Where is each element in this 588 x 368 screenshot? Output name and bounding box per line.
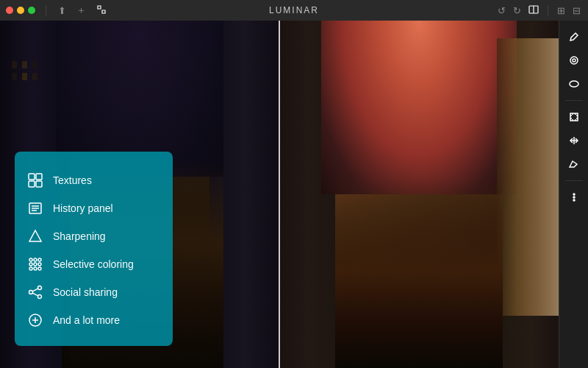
texture-icon (26, 171, 44, 189)
svg-rect-9 (29, 174, 35, 180)
selective-coloring-icon (26, 255, 44, 273)
add-icon[interactable]: ＋ (75, 2, 87, 18)
share-icon[interactable]: ⬆ (57, 4, 68, 18)
svg-point-21 (29, 263, 32, 266)
svg-point-8 (573, 199, 575, 201)
panels-icon[interactable]: ⊟ (571, 4, 582, 18)
transform-tool-button[interactable] (564, 130, 584, 151)
minimize-button[interactable] (17, 7, 24, 14)
radial-tool-button[interactable] (564, 74, 584, 94)
sharpening-icon (26, 227, 44, 245)
svg-point-24 (29, 267, 32, 270)
photo-right-half (279, 21, 559, 368)
svg-line-30 (32, 289, 37, 291)
svg-point-28 (29, 291, 33, 294)
right-sidebar (559, 21, 588, 368)
more-features-label: And a lot more (53, 314, 120, 326)
svg-point-7 (573, 197, 575, 198)
split-view-icon[interactable] (527, 3, 540, 18)
svg-point-19 (34, 258, 37, 261)
window-controls (6, 7, 35, 14)
svg-point-27 (38, 286, 42, 290)
feature-sharpening[interactable]: Sharpening (26, 222, 161, 250)
social-sharing-icon (26, 283, 44, 301)
feature-selective-coloring[interactable]: Selective coloring (26, 250, 161, 278)
feature-panel: Textures History panel Sharpening (15, 152, 173, 346)
svg-point-2 (570, 57, 578, 64)
toolbar-right: ↺ ↻ ⊞ ⊟ (496, 3, 582, 18)
svg-point-22 (34, 263, 37, 266)
sidebar-divider-1 (565, 100, 583, 101)
svg-rect-11 (29, 181, 35, 187)
close-button[interactable] (6, 7, 13, 14)
history-panel-label: History panel (53, 202, 113, 214)
svg-rect-5 (570, 113, 578, 121)
feature-history-panel[interactable]: History panel (26, 194, 161, 222)
sharpening-label: Sharpening (53, 230, 106, 242)
svg-point-25 (34, 267, 37, 270)
undo-icon[interactable]: ↺ (496, 4, 507, 18)
svg-line-31 (32, 293, 37, 296)
feature-textures[interactable]: Textures (26, 166, 161, 194)
toolbar-left: ⬆ ＋ (6, 2, 108, 18)
app-container: ⬆ ＋ LUMINAR ↺ ↻ ⊞ ⊟ (0, 0, 588, 368)
social-sharing-label: Social sharing (53, 286, 118, 298)
fullscreen-icon[interactable]: ⊞ (556, 4, 567, 18)
svg-point-23 (38, 263, 41, 266)
brush-tool-button[interactable] (564, 26, 584, 47)
toolbar-divider-2 (548, 5, 548, 15)
svg-point-20 (38, 258, 41, 261)
svg-rect-12 (36, 181, 42, 187)
redo-icon[interactable]: ↻ (512, 4, 523, 18)
app-title-area: LUMINAR (269, 5, 319, 15)
history-icon (26, 199, 44, 217)
eraser-tool-button[interactable] (564, 154, 584, 174)
svg-rect-10 (36, 174, 42, 180)
svg-point-18 (29, 258, 32, 261)
more-features-icon (26, 311, 44, 329)
svg-point-3 (573, 59, 576, 62)
split-line (279, 21, 280, 368)
resize-tool-button[interactable] (564, 107, 584, 127)
svg-point-6 (573, 194, 575, 195)
more-tools-button[interactable] (564, 187, 584, 208)
sidebar-divider-2 (565, 180, 583, 181)
maximize-button[interactable] (28, 7, 35, 14)
filter-tool-button[interactable] (564, 50, 584, 71)
crop-icon[interactable] (95, 3, 108, 18)
toolbar-divider-1 (46, 5, 46, 15)
svg-point-4 (570, 81, 578, 87)
svg-point-29 (38, 295, 42, 299)
svg-point-26 (38, 267, 41, 270)
selective-coloring-label: Selective coloring (53, 258, 134, 270)
feature-more[interactable]: And a lot more (26, 306, 161, 334)
top-toolbar: ⬆ ＋ LUMINAR ↺ ↻ ⊞ ⊟ (0, 0, 588, 21)
textures-label: Textures (53, 174, 92, 186)
svg-marker-17 (29, 230, 41, 241)
feature-social-sharing[interactable]: Social sharing (26, 278, 161, 306)
app-title: LUMINAR (269, 5, 319, 15)
